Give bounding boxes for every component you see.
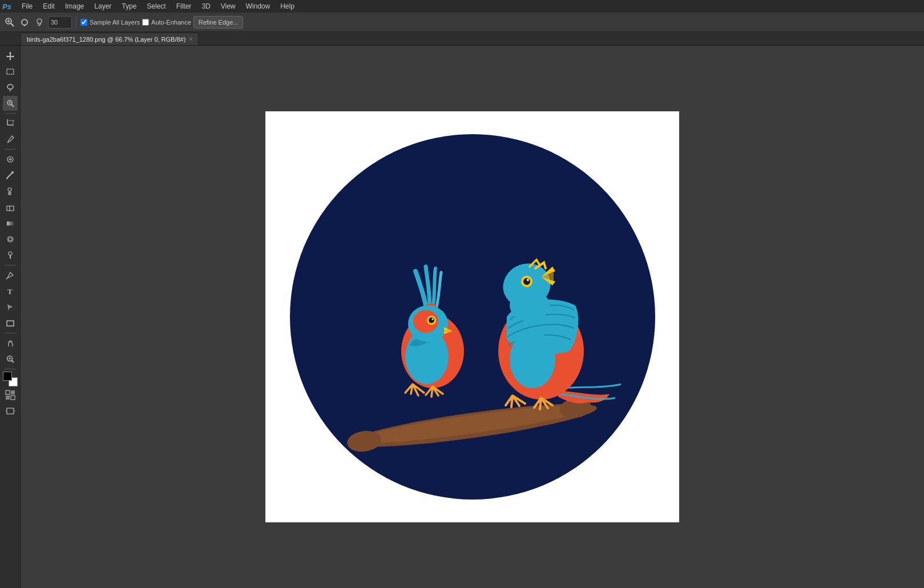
svg-point-55 xyxy=(429,317,434,323)
screen-mode[interactable] xyxy=(3,404,18,418)
tool-separator-3 xyxy=(5,265,16,265)
quick-mask-mode[interactable] xyxy=(3,388,18,402)
svg-rect-33 xyxy=(7,321,14,326)
menu-bar: Ps File Edit Image Layer Type Select Fil… xyxy=(0,0,924,13)
svg-rect-38 xyxy=(6,390,10,394)
sample-all-layers-label: Sample All Layers xyxy=(90,19,140,26)
zoom-tool[interactable] xyxy=(3,352,18,367)
eraser-tool[interactable] xyxy=(3,200,18,215)
auto-enhance-label: Auto-Enhance xyxy=(151,19,191,26)
svg-line-11 xyxy=(11,104,14,107)
menu-3d[interactable]: 3D xyxy=(197,1,215,11)
svg-point-22 xyxy=(11,171,14,174)
svg-rect-39 xyxy=(11,390,15,394)
svg-point-5 xyxy=(37,19,42,23)
svg-line-1 xyxy=(11,23,14,26)
tab-bar: birds-ga2ba6f371_1280.png @ 66.7% (Layer… xyxy=(0,32,924,46)
brush-size-dropdown-icon[interactable] xyxy=(33,16,46,29)
svg-point-28 xyxy=(9,237,12,241)
svg-text:T: T xyxy=(7,287,13,296)
brush-size-input[interactable]: 30 xyxy=(48,16,72,29)
svg-rect-42 xyxy=(7,408,14,414)
menu-edit[interactable]: Edit xyxy=(38,1,59,11)
svg-rect-7 xyxy=(7,69,14,74)
foreground-color-swatch[interactable] xyxy=(3,372,12,381)
tab-filename: birds-ga2ba6f371_1280.png @ 66.7% (Layer… xyxy=(27,36,185,43)
svg-point-23 xyxy=(8,188,11,191)
menu-layer[interactable]: Layer xyxy=(90,1,116,11)
eyedropper-tool[interactable] xyxy=(3,132,18,147)
brush-tool-panel[interactable] xyxy=(3,168,18,183)
crop-tool[interactable] xyxy=(3,116,18,131)
auto-enhance-checkbox[interactable] xyxy=(142,19,149,26)
canvas-container xyxy=(265,111,679,522)
canvas-area[interactable] xyxy=(21,46,924,588)
healing-brush-tool[interactable] xyxy=(3,152,18,167)
menu-image[interactable]: Image xyxy=(60,1,88,11)
svg-rect-24 xyxy=(7,206,14,211)
rectangle-shape-tool[interactable] xyxy=(3,316,18,331)
svg-rect-26 xyxy=(7,221,14,225)
svg-point-59 xyxy=(510,331,555,388)
type-tool[interactable]: T xyxy=(3,284,18,299)
svg-line-18 xyxy=(7,142,9,143)
svg-marker-6 xyxy=(6,51,14,60)
bird-illustration xyxy=(279,123,667,511)
auto-enhance-group: Auto-Enhance xyxy=(142,19,191,26)
document-tab[interactable]: birds-ga2ba6f371_1280.png @ 66.7% (Layer… xyxy=(21,33,199,45)
svg-point-8 xyxy=(7,84,13,89)
lasso-tool[interactable] xyxy=(3,80,18,95)
color-swatches[interactable] xyxy=(3,372,18,386)
menu-view[interactable]: View xyxy=(216,1,240,11)
tool-separator-2 xyxy=(5,149,16,150)
tab-close-button[interactable]: × xyxy=(189,36,192,42)
svg-line-31 xyxy=(6,278,7,279)
tool-separator-1 xyxy=(5,113,16,114)
menu-type[interactable]: Type xyxy=(117,1,141,11)
dodge-tool[interactable] xyxy=(3,248,18,263)
svg-rect-41 xyxy=(11,396,15,400)
svg-point-29 xyxy=(9,252,12,255)
sample-all-layers-checkbox[interactable] xyxy=(80,19,87,26)
left-tool-panel: T xyxy=(0,46,21,588)
svg-rect-40 xyxy=(6,396,10,400)
tool-separator-5 xyxy=(5,369,16,369)
menu-select[interactable]: Select xyxy=(142,1,170,11)
svg-point-56 xyxy=(431,319,433,320)
tool-separator-4 xyxy=(5,333,16,333)
svg-point-4 xyxy=(22,19,27,25)
svg-line-35 xyxy=(11,361,14,363)
toolbar-separator-1 xyxy=(76,17,76,28)
blur-tool[interactable] xyxy=(3,232,18,247)
quick-select-tool-panel[interactable] xyxy=(3,96,18,111)
sample-all-layers-group: Sample All Layers xyxy=(80,19,140,26)
hand-tool[interactable] xyxy=(3,336,18,351)
menu-file[interactable]: File xyxy=(17,1,37,11)
gradient-tool[interactable] xyxy=(3,216,18,231)
refine-edge-button[interactable]: Refine Edge... xyxy=(193,16,244,29)
menu-filter[interactable]: Filter xyxy=(172,1,196,11)
path-selection-tool[interactable] xyxy=(3,300,18,315)
pen-tool[interactable] xyxy=(3,268,18,283)
menu-window[interactable]: Window xyxy=(241,1,275,11)
main-layout: T xyxy=(0,46,924,588)
clone-stamp-tool[interactable] xyxy=(3,184,18,199)
menu-help[interactable]: Help xyxy=(276,1,299,11)
quick-select-active-icon xyxy=(3,16,16,29)
brush-preset-picker-icon[interactable] xyxy=(18,16,31,29)
move-tool[interactable] xyxy=(3,48,18,63)
rectangular-marquee-tool[interactable] xyxy=(3,64,18,79)
ps-logo: Ps xyxy=(2,2,11,11)
options-toolbar: 30 Sample All Layers Auto-Enhance Refine… xyxy=(0,13,924,32)
svg-point-45 xyxy=(290,134,655,500)
